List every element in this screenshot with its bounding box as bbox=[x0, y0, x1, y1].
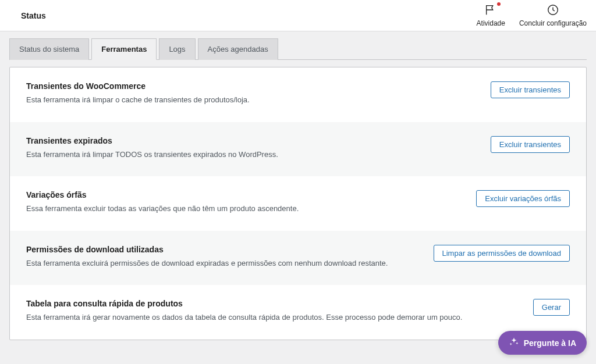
tool-description: Esta ferramenta irá limpar o cache de tr… bbox=[26, 94, 477, 106]
tool-text: Transientes expirados Esta ferramenta ir… bbox=[26, 136, 477, 160]
content-wrap: Status do sistema Ferramentas Logs Ações… bbox=[0, 38, 596, 340]
tool-description: Essa ferramenta excluir todas as variaçõ… bbox=[26, 203, 462, 215]
tool-text: Transientes do WooCommerce Esta ferramen… bbox=[26, 81, 477, 106]
tabs-nav: Status do sistema Ferramentas Logs Ações… bbox=[9, 38, 587, 60]
ask-ai-button[interactable]: Pergunte à IA bbox=[498, 331, 587, 355]
flag-icon bbox=[484, 3, 497, 19]
tab-logs[interactable]: Logs bbox=[159, 38, 195, 60]
tool-transientes-woocommerce: Transientes do WooCommerce Esta ferramen… bbox=[10, 67, 586, 122]
tab-status-sistema[interactable]: Status do sistema bbox=[9, 38, 89, 60]
tool-description: Esta ferramenta irá gerar novamente os d… bbox=[26, 312, 519, 323]
tool-permissoes-download: Permissões de download utilizadas Esta f… bbox=[10, 231, 586, 286]
header-actions: Atividade Concluir configuração bbox=[477, 3, 587, 27]
tool-title: Variações órfãs bbox=[26, 190, 462, 199]
clear-transients-button[interactable]: Excluir transientes bbox=[491, 81, 570, 98]
tool-description: Esta ferramenta irá limpar TODOS os tran… bbox=[26, 149, 477, 160]
tool-tabela-consulta-produtos: Tabela para consulta rápida de produtos … bbox=[10, 285, 586, 340]
clear-expired-transients-button[interactable]: Excluir transientes bbox=[491, 136, 570, 153]
delete-orphaned-variations-button[interactable]: Excluir variações órfãs bbox=[476, 190, 570, 207]
clear-download-permissions-button[interactable]: Limpar as permissões de download bbox=[434, 245, 570, 262]
tool-text: Permissões de download utilizadas Esta f… bbox=[26, 245, 420, 269]
tab-acoes-agendadas[interactable]: Ações agendadas bbox=[198, 38, 278, 60]
tool-title: Transientes do WooCommerce bbox=[26, 81, 477, 91]
sparkle-icon bbox=[509, 337, 519, 349]
tool-title: Transientes expirados bbox=[26, 136, 477, 145]
ask-ai-label: Pergunte à IA bbox=[524, 338, 576, 348]
activity-label: Atividade bbox=[477, 19, 505, 27]
regenerate-product-lookup-button[interactable]: Gerar bbox=[533, 299, 570, 316]
tool-title: Permissões de download utilizadas bbox=[26, 245, 420, 254]
tool-text: Tabela para consulta rápida de produtos … bbox=[26, 299, 519, 323]
finish-setup-action[interactable]: Concluir configuração bbox=[519, 3, 587, 27]
tab-ferramentas[interactable]: Ferramentas bbox=[91, 38, 157, 60]
clock-icon bbox=[547, 3, 559, 19]
tool-transientes-expirados: Transientes expirados Esta ferramenta ir… bbox=[10, 122, 586, 177]
activity-action[interactable]: Atividade bbox=[477, 3, 505, 27]
tool-description: Esta ferramenta excluirá permissões de d… bbox=[26, 258, 420, 269]
top-header: Status Atividade Concluir configuração bbox=[0, 0, 596, 31]
notification-dot bbox=[497, 2, 501, 6]
tool-variacoes-orfas: Variações órfãs Essa ferramenta excluir … bbox=[10, 176, 586, 231]
tools-container: Transientes do WooCommerce Esta ferramen… bbox=[9, 67, 587, 340]
tool-title: Tabela para consulta rápida de produtos bbox=[26, 299, 519, 308]
tool-text: Variações órfãs Essa ferramenta excluir … bbox=[26, 190, 462, 215]
page-title: Status bbox=[9, 11, 46, 20]
finish-setup-label: Concluir configuração bbox=[519, 19, 587, 27]
